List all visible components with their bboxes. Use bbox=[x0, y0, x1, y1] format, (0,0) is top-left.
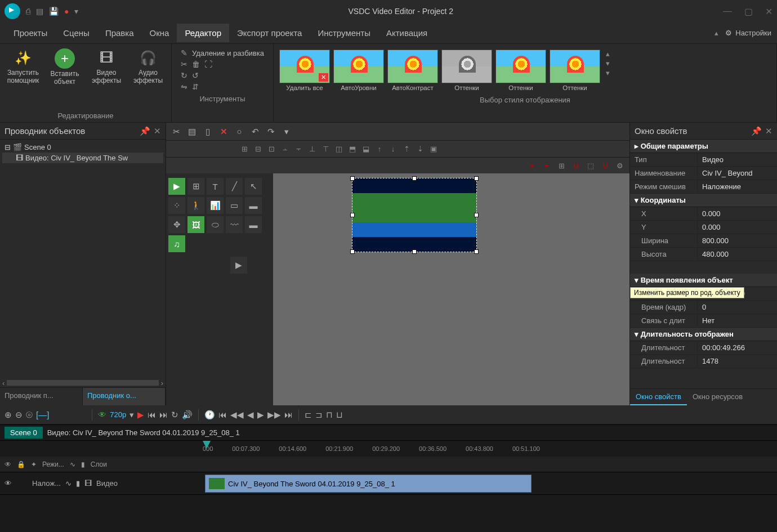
menu-windows[interactable]: Окна bbox=[142, 24, 177, 42]
timeline-empty[interactable] bbox=[0, 495, 777, 532]
tool-rect[interactable]: ▬ bbox=[245, 197, 262, 214]
props-pin-icon[interactable]: 📌 bbox=[751, 126, 762, 136]
gallery-up-icon[interactable]: ▴ bbox=[606, 50, 610, 58]
rotate90-icon[interactable]: ↻ bbox=[181, 71, 187, 80]
wizard-button[interactable]: ✨ Запустить помощник bbox=[3, 46, 43, 87]
align-icon-11[interactable]: ▣ bbox=[427, 143, 440, 155]
menu-activation[interactable]: Активация bbox=[378, 24, 435, 42]
tool-expand[interactable]: ▶ bbox=[230, 257, 247, 274]
tool-rect2[interactable]: ▬ bbox=[245, 216, 262, 233]
qat-dropdown-icon[interactable]: ▾ bbox=[74, 7, 78, 16]
help-icon[interactable]: ▴ bbox=[715, 29, 718, 37]
tree-scene-node[interactable]: ⊟🎬Scene 0 bbox=[2, 142, 163, 153]
tool-move[interactable]: ✥ bbox=[168, 216, 185, 233]
undo-icon[interactable]: ↶ bbox=[248, 125, 262, 138]
gallery-down-icon[interactable]: ▾ bbox=[606, 59, 610, 68]
crop-icon[interactable]: ⛶ bbox=[204, 60, 212, 69]
arrow-up-icon[interactable]: ↑ bbox=[373, 143, 386, 155]
style-autocontrast[interactable]: АвтоКонтраст bbox=[387, 50, 438, 91]
col-bar-icon[interactable]: ▮ bbox=[81, 461, 85, 468]
marker-icon-1[interactable]: + bbox=[526, 159, 538, 172]
tool-ellipse[interactable]: ⬭ bbox=[207, 216, 224, 233]
tool-shape[interactable]: ▭ bbox=[226, 197, 243, 214]
align-icon-9[interactable]: ⬒ bbox=[346, 143, 359, 155]
eye-icon[interactable]: 👁 bbox=[98, 410, 106, 419]
tool-chart[interactable]: 📊 bbox=[207, 197, 224, 214]
style-hue-3[interactable]: Оттенки bbox=[550, 50, 600, 91]
timeline-scene[interactable]: Scene 0 bbox=[5, 427, 43, 439]
track-bar-icon[interactable]: ▮ bbox=[76, 479, 80, 488]
split-label[interactable]: Удаление и разбивка bbox=[192, 49, 264, 57]
track-wave-icon[interactable]: ∿ bbox=[65, 479, 72, 488]
menu-tools[interactable]: Инструменты bbox=[310, 24, 378, 42]
pin-icon[interactable]: 📌 bbox=[140, 126, 150, 136]
volume-icon[interactable]: 🔊 bbox=[182, 410, 193, 420]
loop-icon[interactable]: ↻ bbox=[171, 410, 178, 420]
skip-end-icon[interactable]: ⏭ bbox=[159, 410, 168, 419]
gallery-more-icon[interactable]: ▾ bbox=[606, 69, 610, 77]
arrow-bottom-icon[interactable]: ⇣ bbox=[414, 143, 426, 155]
align-icon-8[interactable]: ◫ bbox=[333, 143, 345, 155]
more-tb-icon[interactable]: ▾ bbox=[280, 125, 293, 138]
tool-curve[interactable]: 〰 bbox=[226, 216, 243, 233]
prop-time-frame[interactable]: Время (кадр)0 bbox=[630, 301, 777, 314]
marker3-icon[interactable]: ⊓ bbox=[326, 410, 333, 420]
prop-blend[interactable]: Режим смешивНаложение bbox=[630, 180, 777, 194]
select-icon[interactable]: ⬚ bbox=[584, 159, 597, 172]
arrow-down-icon[interactable]: ↓ bbox=[387, 143, 399, 155]
align-icon-2[interactable]: ⊟ bbox=[252, 143, 264, 155]
qat-save-icon[interactable]: ▤ bbox=[36, 7, 43, 16]
align-icon-5[interactable]: ⫟ bbox=[292, 143, 305, 155]
tool-grid[interactable]: ⊞ bbox=[187, 178, 204, 195]
video-effects-button[interactable]: 🎞 Видео эффекты bbox=[87, 46, 126, 87]
timeline-ruler[interactable]: 000 00:07.300 00:14.600 00:21.900 00:29.… bbox=[0, 441, 777, 457]
next-icon[interactable]: ⏭ bbox=[284, 410, 293, 419]
trash-icon[interactable]: 🗑 bbox=[192, 60, 200, 69]
hscrollbar[interactable] bbox=[7, 380, 158, 386]
prop-link[interactable]: Связь с длитНет bbox=[630, 314, 777, 328]
prop-width[interactable]: Ширина800.000 bbox=[630, 234, 777, 248]
redo-icon[interactable]: ↷ bbox=[264, 125, 278, 138]
prop-duration[interactable]: Длительност00:00:49.266 bbox=[630, 341, 777, 355]
marker1-icon[interactable]: ⊏ bbox=[305, 410, 312, 420]
ff-icon[interactable]: ▶▶ bbox=[267, 410, 281, 420]
marker2-icon[interactable]: ⊐ bbox=[315, 410, 323, 420]
group-appear[interactable]: ▾ Время появления объект bbox=[630, 274, 777, 287]
gear2-icon[interactable]: ⚙ bbox=[614, 159, 626, 172]
resolution-label[interactable]: 720p bbox=[110, 410, 126, 419]
tool-person[interactable]: 🚶 bbox=[187, 197, 204, 214]
scroll-left-icon[interactable]: ‹ bbox=[2, 379, 5, 387]
tool-pointer[interactable]: ↖ bbox=[245, 178, 262, 195]
align-icon-4[interactable]: ⫠ bbox=[279, 143, 291, 155]
align-icon-7[interactable]: ⊤ bbox=[319, 143, 332, 155]
qat-db-icon[interactable]: ⎙ bbox=[26, 7, 30, 16]
res-dropdown-icon[interactable]: ▾ bbox=[130, 410, 134, 420]
prop-y[interactable]: Y0.000 bbox=[630, 221, 777, 234]
settings-button[interactable]: ⚙ Настройки bbox=[725, 29, 771, 37]
handle-se[interactable] bbox=[474, 249, 479, 254]
col-wave-icon[interactable]: ∿ bbox=[70, 461, 75, 468]
group-coords[interactable]: ▾ Координаты bbox=[630, 194, 777, 207]
col-fx-icon[interactable]: ✦ bbox=[31, 461, 37, 468]
tool-audio[interactable]: ♫ bbox=[168, 235, 185, 252]
list-tb-icon[interactable]: ▤ bbox=[185, 125, 199, 138]
u-icon-2[interactable]: U bbox=[599, 159, 611, 172]
marker4-icon[interactable]: ⊔ bbox=[336, 410, 343, 420]
style-hue-2[interactable]: Оттенки bbox=[495, 50, 546, 91]
close-icon[interactable]: ✕ bbox=[765, 6, 772, 17]
qat-record-icon[interactable]: ● bbox=[64, 7, 69, 16]
style-hue-1[interactable]: Оттенки bbox=[441, 50, 492, 91]
prop-duration-2[interactable]: Длительност1478 bbox=[630, 355, 777, 368]
track-eye-icon[interactable]: 👁 bbox=[5, 479, 12, 488]
prev-icon[interactable]: ⏮ bbox=[218, 410, 227, 419]
menu-scenes[interactable]: Сцены bbox=[55, 24, 97, 42]
audio-effects-button[interactable]: 🎧 Аудио эффекты bbox=[128, 46, 168, 87]
props-close-icon[interactable]: ✕ bbox=[765, 126, 772, 136]
explorer-tab-objects[interactable]: Проводник о... bbox=[83, 388, 166, 405]
align-icon-6[interactable]: ⊥ bbox=[306, 143, 318, 155]
handle-nw[interactable] bbox=[350, 176, 355, 181]
insert-object-button[interactable]: + Вставить объект bbox=[45, 46, 84, 88]
group-common[interactable]: ▸ Общие параметры bbox=[630, 140, 777, 153]
align-icon-1[interactable]: ⊞ bbox=[238, 143, 251, 155]
prop-x[interactable]: X0.000 bbox=[630, 207, 777, 221]
